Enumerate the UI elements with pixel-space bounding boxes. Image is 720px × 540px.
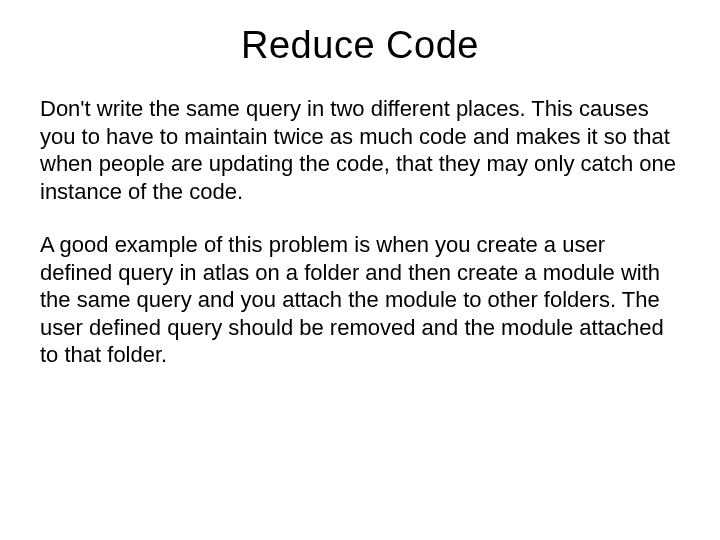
paragraph-1: Don't write the same query in two differ… — [40, 95, 680, 205]
slide-container: Reduce Code Don't write the same query i… — [0, 0, 720, 540]
slide-title: Reduce Code — [40, 24, 680, 67]
paragraph-2: A good example of this problem is when y… — [40, 231, 680, 369]
slide-body: Don't write the same query in two differ… — [40, 95, 680, 369]
